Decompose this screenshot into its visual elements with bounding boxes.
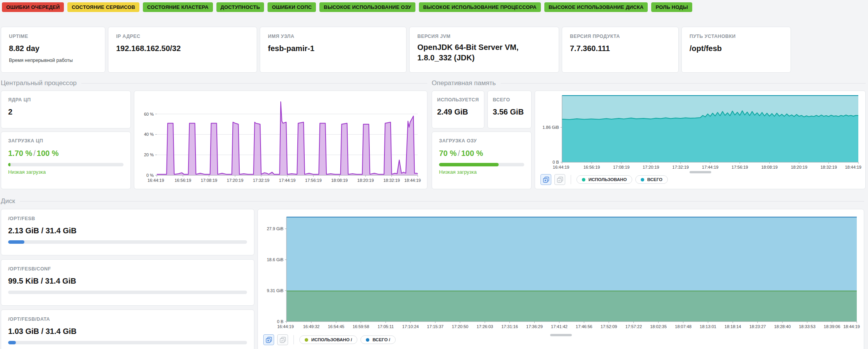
select-all-legend-button[interactable]	[277, 334, 288, 345]
svg-text:17:44:19: 17:44:19	[279, 178, 296, 183]
disk-usage-chart[interactable]: 0 B9.31 GiB18.6 GiB27.9 GiB16:44:1916:49…	[262, 212, 860, 333]
svg-text:18:20:19: 18:20:19	[791, 165, 808, 169]
legend-dot	[366, 338, 369, 342]
jvm-version-label: ВЕРСИЯ JVM	[417, 34, 551, 39]
status-badge-node-role[interactable]: РОЛЬ НОДЫ	[651, 2, 692, 12]
disk-mount-progress-fill	[8, 341, 16, 344]
svg-text:18:44:19: 18:44:19	[843, 324, 860, 329]
disk-section-title: Диск	[1, 197, 15, 205]
svg-text:16:44:19: 16:44:19	[277, 324, 294, 329]
uptime-value: 8.82 day	[9, 44, 97, 53]
svg-text:16:49:32: 16:49:32	[303, 324, 320, 329]
disk-mount-value: 1.03 GiB / 31.4 GiB	[8, 327, 247, 336]
svg-text:17:32:19: 17:32:19	[672, 165, 689, 169]
chart-zoom-handle[interactable]	[550, 334, 572, 336]
ram-used-card: ИСПОЛЬЗУЕТСЯ 2.49 GiB	[432, 91, 484, 128]
copy-x-icon	[266, 337, 272, 343]
cpu-load-separator: /	[32, 149, 37, 157]
svg-text:17:20:50: 17:20:50	[452, 324, 468, 329]
cpu-section: Центральный процессор ЯДРА ЦП 2 ЗАГРУЗКА…	[1, 79, 427, 189]
ram-load-progressbar	[439, 163, 524, 166]
cpu-load-max: 100 %	[37, 149, 59, 157]
cpu-cores-label: ЯДРА ЦП	[8, 97, 124, 103]
svg-text:16:56:19: 16:56:19	[583, 165, 600, 169]
cpu-load-status: Низкая загрузка	[8, 169, 124, 175]
svg-text:17:05:11: 17:05:11	[377, 324, 394, 329]
ip-address-value: 192.168.162.50/32	[116, 44, 249, 53]
deselect-all-legend-button[interactable]	[263, 334, 274, 345]
svg-text:17:20:19: 17:20:19	[643, 165, 659, 169]
svg-text:16:44:19: 16:44:19	[148, 178, 164, 183]
ram-chart-card: 0 B1.86 GiB16:44:1916:56:1917:08:1917:20…	[535, 91, 866, 189]
ip-address-label: IP АДРЕС	[116, 34, 249, 39]
ram-section-header: Оперативная память	[432, 79, 866, 87]
ram-total-card: ВСЕГО 3.56 GiB	[487, 91, 532, 128]
svg-text:16:56:19: 16:56:19	[175, 178, 191, 183]
legend-item-disk-used[interactable]: ИСПОЛЬЗОВАНО /	[299, 335, 357, 344]
cpu-section-title: Центральный процессор	[1, 79, 77, 87]
svg-text:17:52:09: 17:52:09	[600, 324, 617, 329]
ram-load-label: ЗАГРУЗКА ОЗУ	[439, 138, 524, 144]
legend-dot	[641, 178, 644, 181]
cpu-load-progressbar	[8, 163, 124, 166]
disk-section: Диск /OPT/FESB 2.13 GiB / 31.4 GiB /OPT/…	[1, 197, 864, 349]
status-badge-cluster-state[interactable]: СОСТОЯНИЕ КЛАСТЕРА	[143, 2, 213, 12]
ram-load-max: 100 %	[461, 149, 483, 157]
disk-mount-label: /OPT/FESB/CONF	[8, 266, 247, 272]
status-badge-high-ram[interactable]: ВЫСОКОЕ ИСПОЛЬЗОВАНИЕ ОЗУ	[319, 2, 415, 12]
legend-item-disk-total[interactable]: ВСЕГО /	[360, 335, 396, 344]
cpu-load-card: ЗАГРУЗКА ЦП 1.70 %/100 % Низкая загрузка	[1, 132, 131, 189]
svg-text:27.9 GiB: 27.9 GiB	[267, 226, 283, 231]
disk-mount-progressbar	[8, 341, 247, 344]
info-card-node-name: ИМЯ УЗЛА fesb-pamir-1	[260, 27, 407, 73]
disk-mount-value: 2.13 GiB / 31.4 GiB	[8, 226, 247, 235]
product-version-value: 7.7.360.111	[570, 44, 671, 53]
cpu-load-progress-fill	[8, 163, 10, 166]
cpu-cores-card: ЯДРА ЦП 2	[1, 91, 131, 128]
svg-text:18:33:53: 18:33:53	[799, 324, 815, 329]
status-badge-high-cpu[interactable]: ВЫСОКОЕ ИСПОЛЬЗОВАНИЕ ПРОЦЕССОРА	[419, 2, 541, 12]
deselect-all-legend-button[interactable]	[540, 174, 551, 185]
cpu-usage-chart[interactable]: 0 %20 %40 %60 %16:44:1916:56:1917:08:191…	[138, 94, 423, 186]
copy-x-icon	[543, 176, 549, 183]
ram-load-status: Низкая загрузка	[439, 169, 524, 175]
legend-item-ram-total[interactable]: ВСЕГО	[635, 175, 668, 184]
select-all-legend-button[interactable]	[554, 174, 565, 185]
status-badge-availability[interactable]: ДОСТУПНОСТЬ	[216, 2, 264, 12]
status-badge-queue-errors[interactable]: ОШИБКИ ОЧЕРЕДЕЙ	[2, 2, 64, 12]
svg-text:16:59:58: 16:59:58	[353, 324, 369, 329]
node-info-row: UPTIME 8.82 day Время непрерывной работы…	[1, 27, 868, 73]
footer-divider	[571, 175, 571, 184]
disk-mount-progressbar	[8, 240, 247, 244]
svg-text:0 B: 0 B	[277, 319, 283, 324]
status-badge-high-disk[interactable]: ВЫСОКОЕ ИСПОЛЬЗОВАНИЕ ДИСКА	[544, 2, 648, 12]
svg-text:9.31 GiB: 9.31 GiB	[267, 288, 283, 293]
svg-text:18:07:48: 18:07:48	[675, 324, 691, 329]
svg-text:18:32:19: 18:32:19	[820, 165, 837, 169]
cpu-load-value-row: 1.70 %/100 %	[8, 149, 124, 158]
install-path-value: /opt/fesb	[690, 44, 783, 53]
ram-total-label: ВСЕГО	[493, 97, 526, 103]
status-badges-row: ОШИБКИ ОЧЕРЕДЕЙ СОСТОЯНИЕ СЕРВИСОВ СОСТО…	[0, 0, 868, 12]
chart-zoom-handle[interactable]	[690, 171, 711, 173]
status-badge-sops-errors[interactable]: ОШИБКИ СОПС	[268, 2, 316, 12]
cpu-load-value: 1.70 %	[8, 149, 32, 157]
disk-chart-card: 0 B9.31 GiB18.6 GiB27.9 GiB16:44:1916:49…	[257, 209, 864, 349]
legend-item-ram-used[interactable]: ИСПОЛЬЗОВАНО	[576, 175, 632, 184]
disk-mount-card-opt-fesb-conf: /OPT/FESB/CONF 99.5 KiB / 31.4 GiB	[1, 259, 254, 306]
cpu-cores-value: 2	[8, 108, 124, 116]
info-card-product-version: ВЕРСИЯ ПРОДУКТА 7.7.360.111	[562, 27, 679, 73]
status-badge-services-state[interactable]: СОСТОЯНИЕ СЕРВИСОВ	[67, 2, 139, 12]
cpu-section-header: Центральный процессор	[1, 79, 427, 87]
legend-dot	[582, 178, 585, 181]
ram-used-value: 2.49 GiB	[437, 108, 479, 116]
svg-text:16:54:45: 16:54:45	[328, 324, 345, 329]
disk-mount-label: /OPT/FESB	[8, 216, 247, 221]
node-name-label: ИМЯ УЗЛА	[268, 34, 398, 39]
svg-text:18:18:14: 18:18:14	[724, 324, 741, 329]
svg-text:17:08:19: 17:08:19	[201, 178, 217, 183]
product-version-label: ВЕРСИЯ ПРОДУКТА	[570, 34, 671, 39]
svg-text:17:44:19: 17:44:19	[702, 165, 719, 169]
svg-text:1.86 GiB: 1.86 GiB	[542, 125, 559, 130]
ram-usage-chart[interactable]: 0 B1.86 GiB16:44:1916:56:1917:08:1917:20…	[539, 94, 861, 173]
